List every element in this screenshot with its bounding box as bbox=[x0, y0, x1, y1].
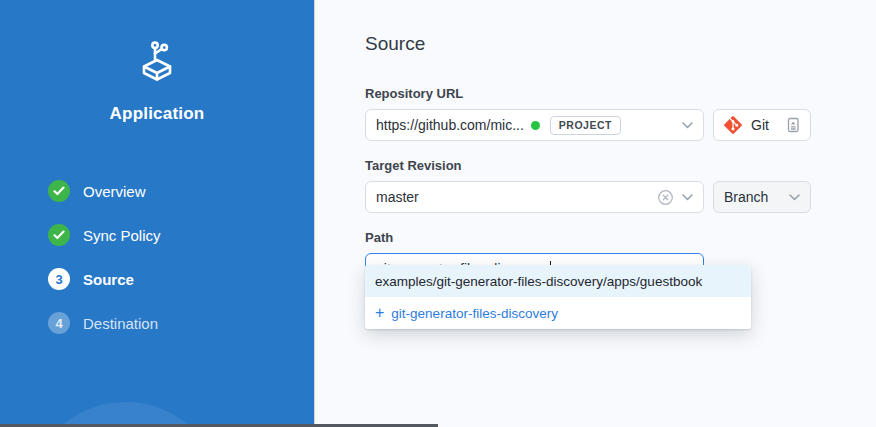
repository-url-select[interactable]: https://github.com/mic... PROJECT bbox=[365, 109, 704, 141]
target-revision-group: Target Revision master Branch bbox=[365, 158, 876, 213]
chevron-down-icon[interactable] bbox=[682, 122, 693, 129]
target-revision-label: Target Revision bbox=[365, 158, 876, 173]
clear-icon[interactable] bbox=[657, 189, 674, 206]
path-create-option[interactable]: + git-generator-files-discovery bbox=[365, 297, 751, 329]
step-overview[interactable]: Overview bbox=[48, 180, 314, 202]
page-title: Source bbox=[365, 33, 876, 55]
repository-url-value: https://github.com/mic... bbox=[376, 117, 524, 133]
step-label: Sync Policy bbox=[83, 227, 161, 244]
connection-status-dot bbox=[531, 121, 540, 130]
path-create-label: git-generator-files-discovery bbox=[391, 306, 558, 321]
repository-list-icon[interactable] bbox=[786, 117, 800, 133]
git-logo-icon bbox=[724, 116, 742, 134]
step-label: Overview bbox=[83, 183, 146, 200]
application-box-icon bbox=[133, 36, 181, 84]
target-revision-input[interactable]: master bbox=[365, 181, 704, 213]
wizard-sidebar: Application Overview Sync Policy 3 Sourc… bbox=[0, 0, 315, 427]
revision-type-value: Branch bbox=[724, 189, 768, 205]
repo-type-value: Git bbox=[751, 117, 769, 133]
path-group: Path git-generator-files-discovery examp… bbox=[365, 230, 876, 285]
step-destination[interactable]: 4 Destination bbox=[48, 312, 314, 334]
repository-url-label: Repository URL bbox=[365, 86, 876, 101]
chevron-down-icon[interactable] bbox=[682, 194, 693, 201]
project-badge: PROJECT bbox=[550, 116, 621, 135]
repo-type-selector[interactable]: Git bbox=[713, 109, 811, 141]
repository-url-group: Repository URL https://github.com/mic...… bbox=[365, 86, 876, 141]
step-label: Destination bbox=[83, 315, 158, 332]
step-sync-policy[interactable]: Sync Policy bbox=[48, 224, 314, 246]
step-number-badge: 3 bbox=[48, 268, 70, 290]
step-source[interactable]: 3 Source bbox=[48, 268, 314, 290]
plus-icon: + bbox=[375, 305, 384, 321]
step-complete-check-icon bbox=[48, 180, 70, 202]
chevron-down-icon bbox=[789, 194, 800, 201]
sidebar-header: Application bbox=[0, 36, 314, 124]
target-revision-value: master bbox=[376, 189, 419, 205]
revision-type-selector[interactable]: Branch bbox=[713, 181, 811, 213]
path-label: Path bbox=[365, 230, 876, 245]
step-number-badge: 4 bbox=[48, 312, 70, 334]
step-label: Source bbox=[83, 271, 134, 288]
path-suggestion-item[interactable]: examples/git-generator-files-discovery/a… bbox=[365, 265, 751, 297]
path-suggestions-dropdown: examples/git-generator-files-discovery/a… bbox=[365, 265, 751, 329]
wizard-steps: Overview Sync Policy 3 Source 4 Destinat… bbox=[0, 180, 314, 334]
step-complete-check-icon bbox=[48, 224, 70, 246]
sidebar-title: Application bbox=[0, 104, 314, 124]
source-form: Source Repository URL https://github.com… bbox=[316, 0, 876, 427]
application-wizard: Application Overview Sync Policy 3 Sourc… bbox=[0, 0, 876, 427]
